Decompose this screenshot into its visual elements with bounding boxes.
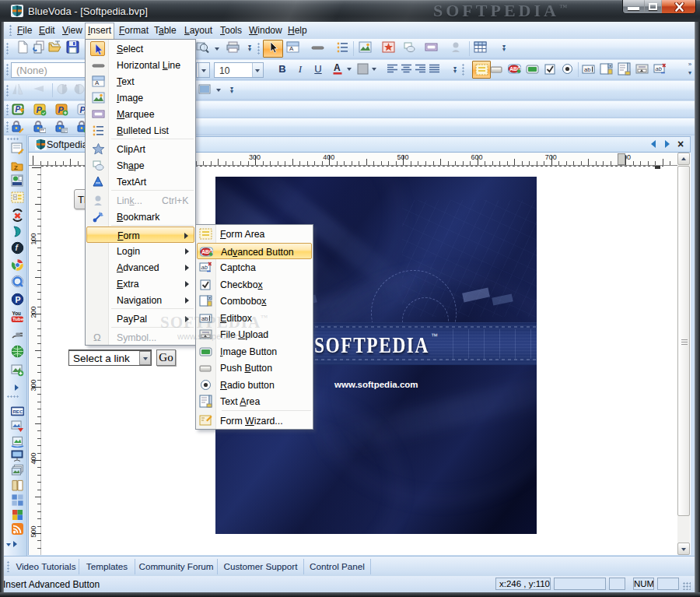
svg-text:ab: ab	[656, 65, 662, 72]
svg-text:Tube: Tube	[12, 316, 24, 321]
svg-text:ab: ab	[584, 66, 590, 73]
svg-text:**: **	[40, 128, 44, 133]
svg-text:ab: ab	[201, 315, 208, 322]
svg-text:P: P	[15, 295, 20, 304]
svg-text:You: You	[12, 311, 21, 316]
svg-text:A: A	[289, 45, 294, 52]
svg-text:ab: ab	[201, 264, 208, 271]
svg-text:Ω: Ω	[93, 332, 101, 343]
svg-text:REC: REC	[12, 409, 23, 414]
svg-text:Z: Z	[14, 164, 18, 171]
svg-text:A: A	[95, 79, 100, 86]
svg-text:A: A	[334, 62, 341, 73]
